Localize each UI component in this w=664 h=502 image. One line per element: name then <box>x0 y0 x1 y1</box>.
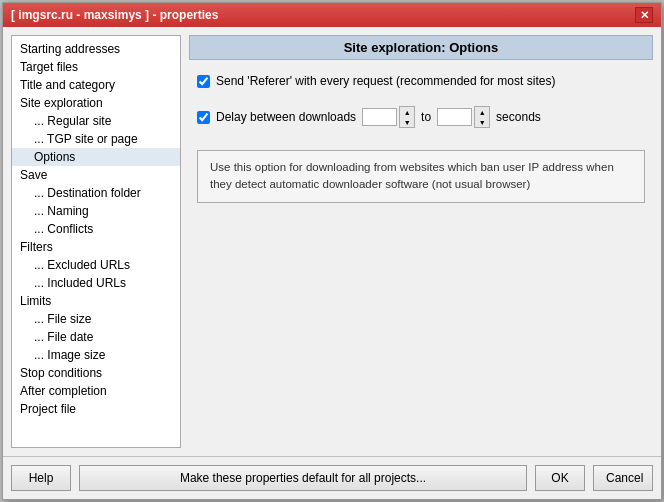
option1-row: Send 'Referer' with every request (recom… <box>189 70 653 92</box>
ok-button[interactable]: OK <box>535 465 585 491</box>
from-spin-down[interactable]: ▼ <box>400 117 414 127</box>
sidebar: Starting addressesTarget filesTitle and … <box>11 35 181 448</box>
sidebar-item-10[interactable]: ... Conflicts <box>12 220 180 238</box>
sidebar-item-11[interactable]: Filters <box>12 238 180 256</box>
to-spin-group: 3 ▲ ▼ <box>437 106 490 128</box>
title-bar: [ imgsrc.ru - maxsimys ] - properties ✕ <box>3 3 661 27</box>
to-spin-up[interactable]: ▲ <box>475 107 489 117</box>
sidebar-item-16[interactable]: ... File date <box>12 328 180 346</box>
panel-title: Site exploration: Options <box>189 35 653 60</box>
content-panel: Site exploration: Options Send 'Referer'… <box>189 35 653 448</box>
to-spin-down[interactable]: ▼ <box>475 117 489 127</box>
main-content: Starting addressesTarget filesTitle and … <box>3 27 661 456</box>
sidebar-item-7[interactable]: Save <box>12 166 180 184</box>
from-spin-group: 1 ▲ ▼ <box>362 106 415 128</box>
sidebar-item-3[interactable]: Site exploration <box>12 94 180 112</box>
info-text: Use this option for downloading from web… <box>210 161 614 190</box>
to-label: to <box>421 110 431 124</box>
to-spin-buttons: ▲ ▼ <box>474 106 490 128</box>
option2-label: Delay between downloads <box>216 110 356 124</box>
sidebar-item-15[interactable]: ... File size <box>12 310 180 328</box>
sidebar-item-1[interactable]: Target files <box>12 58 180 76</box>
main-window: [ imgsrc.ru - maxsimys ] - properties ✕ … <box>2 2 662 500</box>
sidebar-item-20[interactable]: Project file <box>12 400 180 418</box>
close-button[interactable]: ✕ <box>635 7 653 23</box>
sidebar-item-17[interactable]: ... Image size <box>12 346 180 364</box>
info-box: Use this option for downloading from web… <box>197 150 645 203</box>
option2-row: Delay between downloads 1 ▲ ▼ to 3 ▲ ▼ <box>189 102 653 132</box>
sidebar-item-18[interactable]: Stop conditions <box>12 364 180 382</box>
option2-checkbox[interactable] <box>197 111 210 124</box>
sidebar-item-2[interactable]: Title and category <box>12 76 180 94</box>
sidebar-item-19[interactable]: After completion <box>12 382 180 400</box>
option1-label: Send 'Referer' with every request (recom… <box>216 74 555 88</box>
sidebar-item-8[interactable]: ... Destination folder <box>12 184 180 202</box>
from-value-input[interactable]: 1 <box>362 108 397 126</box>
sidebar-item-0[interactable]: Starting addresses <box>12 40 180 58</box>
to-value-input[interactable]: 3 <box>437 108 472 126</box>
sidebar-item-13[interactable]: ... Included URLs <box>12 274 180 292</box>
option1-checkbox[interactable] <box>197 75 210 88</box>
sidebar-item-5[interactable]: ... TGP site or page <box>12 130 180 148</box>
sidebar-item-14[interactable]: Limits <box>12 292 180 310</box>
help-button[interactable]: Help <box>11 465 71 491</box>
seconds-label: seconds <box>496 110 541 124</box>
window-title: [ imgsrc.ru - maxsimys ] - properties <box>11 8 218 22</box>
default-button[interactable]: Make these properties default for all pr… <box>79 465 527 491</box>
sidebar-item-4[interactable]: ... Regular site <box>12 112 180 130</box>
sidebar-item-9[interactable]: ... Naming <box>12 202 180 220</box>
footer: Help Make these properties default for a… <box>3 456 661 499</box>
sidebar-item-12[interactable]: ... Excluded URLs <box>12 256 180 274</box>
from-spin-up[interactable]: ▲ <box>400 107 414 117</box>
sidebar-item-6[interactable]: Options <box>12 148 180 166</box>
cancel-button[interactable]: Cancel <box>593 465 653 491</box>
from-spin-buttons: ▲ ▼ <box>399 106 415 128</box>
